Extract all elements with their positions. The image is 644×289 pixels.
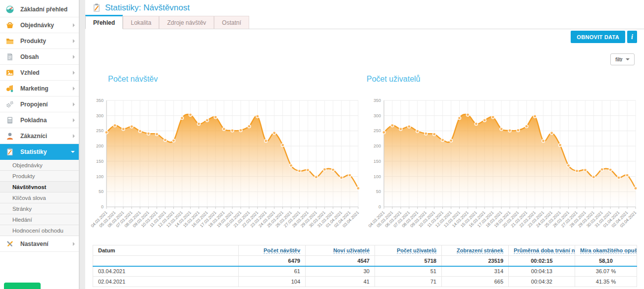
svg-text:100: 100 — [96, 174, 104, 179]
sidebar-item-label: Pokladna — [20, 117, 73, 124]
column-sort-link[interactable]: Počet návštěv — [264, 247, 300, 254]
svg-text:150: 150 — [96, 159, 104, 164]
chevron-right-icon — [73, 242, 75, 246]
chevron-down-icon — [626, 58, 630, 60]
svg-text:300: 300 — [96, 113, 104, 118]
tab-lokalita[interactable]: Lokalita — [123, 16, 159, 29]
column-header: Noví uživatelé — [306, 245, 375, 256]
sidebar-subitem[interactable]: Návštěvnost — [0, 182, 79, 193]
value-cell: 41 — [306, 277, 375, 287]
column-sort-link[interactable]: Průměrná doba trvání návštěvy — [514, 247, 575, 254]
tab-ostatn-[interactable]: Ostatní — [214, 16, 249, 29]
refresh-data-button[interactable]: OBNOVIT DATA — [571, 31, 625, 43]
content-icon — [5, 52, 15, 61]
integrations-icon — [5, 100, 15, 109]
tab-p-ehled[interactable]: Přehled — [85, 15, 123, 29]
value-cell: 51 — [375, 266, 442, 277]
filter-dropdown[interactable]: filtr — [610, 53, 635, 65]
chevron-down-icon — [71, 151, 75, 153]
chevron-right-icon — [73, 39, 75, 43]
value-cell: 6479 — [239, 256, 306, 266]
value-cell: 41.35 % — [575, 277, 637, 287]
svg-text:0: 0 — [101, 204, 104, 209]
svg-text:0: 0 — [378, 204, 381, 209]
sidebar-item-settings[interactable]: Nastavení — [0, 236, 79, 252]
date-cell: 03.04.2021 — [93, 266, 239, 277]
svg-text:100: 100 — [374, 174, 381, 179]
sidebar-item-label: Statistiky — [20, 148, 71, 155]
sidebar-item-design[interactable]: Vzhled — [0, 65, 79, 81]
sidebar-subitem[interactable]: Klíčová slova — [0, 193, 79, 203]
svg-text:50: 50 — [376, 189, 381, 194]
column-header: Zobrazení stránek — [442, 245, 509, 256]
value-cell: 00:04:13 — [509, 266, 575, 277]
users-chart-title: Počet uživatelů — [367, 75, 421, 84]
sidebar-item-marketing[interactable]: Marketing — [0, 81, 79, 96]
sidebar-item-label: Nastavení — [20, 241, 73, 247]
column-sort-link[interactable]: Počet uživatelů — [397, 247, 436, 254]
sidebar-item-label: Vzhled — [20, 69, 73, 76]
svg-text:350: 350 — [96, 98, 104, 103]
sidebar-item-products[interactable]: Produkty — [0, 33, 79, 49]
users-chart: 05010015020025030035004.03.202105.03.202… — [365, 97, 643, 237]
info-button[interactable]: i — [627, 31, 637, 43]
date-cell — [93, 256, 239, 266]
column-header: Počet návštěv — [239, 245, 306, 256]
value-cell: 36.07 % — [575, 266, 637, 277]
chevron-right-icon — [73, 118, 75, 122]
visits-chart-title: Počet návštěv — [108, 75, 158, 84]
sidebar-gutter — [79, 0, 85, 289]
table-summary-row: 6479454757182351900:02:1558,10 — [93, 256, 637, 266]
table-row: 03.04.202161305131400:04:1336.07 % — [93, 266, 637, 277]
chevron-right-icon — [73, 23, 75, 27]
sidebar-item-content[interactable]: Obsah — [0, 49, 79, 65]
tab-zdroje-n-v-t-v[interactable]: Zdroje návštěv — [159, 16, 214, 29]
chart-canvas: 05010015020025030035004.03.202105.03.202… — [365, 97, 643, 235]
sidebar-item-integrations[interactable]: Propojení — [0, 96, 79, 112]
sidebar-item-label: Základní přehled — [20, 6, 75, 13]
svg-text:350: 350 — [374, 98, 381, 103]
value-cell: 00:02:15 — [509, 256, 575, 266]
products-icon — [5, 37, 15, 46]
sidebar-subitem[interactable]: Objednávky — [0, 160, 79, 171]
sidebar-item-label: Propojení — [20, 101, 73, 108]
sidebar-subitem[interactable]: Hodnocení obchodu — [0, 225, 79, 236]
chevron-right-icon — [73, 102, 75, 106]
sidebar-subitem[interactable]: Stránky — [0, 203, 79, 214]
sidebar-item-customers[interactable]: Zákazníci — [0, 128, 79, 144]
svg-text:200: 200 — [374, 144, 381, 148]
value-cell: 104 — [239, 277, 306, 287]
date-cell: 02.04.2021 — [93, 277, 239, 287]
customers-icon — [5, 132, 15, 141]
sidebar-subitem[interactable]: Produkty — [0, 171, 79, 182]
dashboard-icon — [5, 5, 15, 14]
value-cell: 4547 — [306, 256, 375, 266]
main-content: Statistiky: Návštěvnost PřehledLokalitaZ… — [85, 0, 644, 289]
page-header: Statistiky: Návštěvnost — [92, 3, 190, 13]
cashdesk-icon — [5, 116, 15, 125]
chevron-right-icon — [73, 55, 75, 59]
sidebar-item-label: Objednávky — [20, 22, 73, 29]
column-sort-link[interactable]: Zobrazení stránek — [457, 247, 503, 254]
value-cell: 00:04:32 — [509, 277, 575, 287]
column-sort-link[interactable]: Noví uživatelé — [333, 247, 370, 254]
column-sort-link[interactable]: Míra okamžitého opuštění — [580, 247, 637, 254]
svg-text:250: 250 — [374, 128, 381, 133]
sidebar-item-orders[interactable]: Objednávky — [0, 17, 79, 33]
chevron-right-icon — [73, 71, 75, 75]
sidebar-item-cashdesk[interactable]: Pokladna — [0, 112, 79, 128]
design-icon — [5, 68, 15, 77]
value-cell: 58,10 — [575, 256, 637, 266]
filter-label: filtr — [615, 56, 623, 62]
orders-icon — [5, 21, 15, 30]
sidebar-item-label: Produkty — [20, 38, 73, 45]
sidebar-item-dashboard[interactable]: Základní přehled — [0, 1, 79, 17]
tab-bar: PřehledLokalitaZdroje návštěvOstatní — [85, 15, 644, 29]
sidebar-item-label: Obsah — [20, 53, 73, 60]
marketing-icon — [5, 84, 15, 93]
sidebar-item-label: Marketing — [20, 85, 73, 92]
svg-text:250: 250 — [96, 128, 104, 133]
help-button[interactable] — [4, 283, 41, 289]
sidebar-item-statistics[interactable]: Statistiky — [0, 144, 79, 160]
sidebar-subitem[interactable]: Hledání — [0, 214, 79, 225]
